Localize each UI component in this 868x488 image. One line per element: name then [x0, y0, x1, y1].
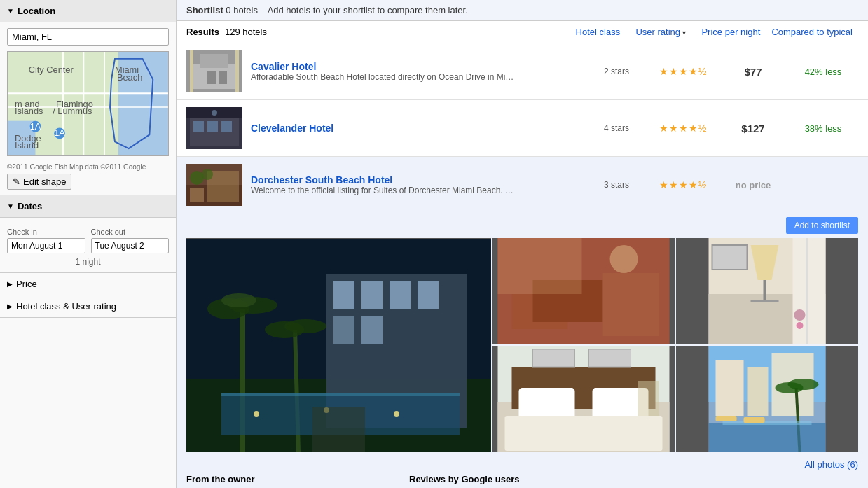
main-content: Shortlist 0 hotels – Add hotels to your … — [177, 0, 868, 488]
svg-point-50 — [284, 319, 326, 333]
map-footer: ©2011 Google Fish Map data ©2011 Google — [0, 162, 176, 174]
hotelclass-section-header[interactable]: ▶ Hotel class & User rating — [0, 295, 176, 318]
clevelander-thumb — [186, 107, 242, 149]
price-section-header[interactable]: ▶ Price — [0, 273, 176, 295]
svg-rect-75 — [751, 300, 779, 302]
dorchester-price: no price — [718, 180, 788, 190]
user-rating-col-header[interactable]: User rating ▾ — [626, 27, 696, 37]
reviews-title: Reviews by Google users — [409, 474, 858, 484]
hotel-row-cavalier[interactable]: Cavalier Hotel Afforadable South Beach H… — [177, 43, 868, 100]
all-photos-link[interactable]: All photos (6) — [186, 459, 858, 470]
svg-rect-98 — [709, 423, 826, 452]
hotel-image-pool[interactable] — [676, 346, 858, 452]
night-label: 1 night — [7, 257, 169, 267]
hotel-image-lounge[interactable] — [492, 238, 675, 344]
compared-col-header[interactable]: Compared to typical — [766, 27, 858, 37]
add-to-shortlist-button[interactable]: Add to shortlist — [786, 217, 858, 234]
sidebar: ▼ Location City Center Miami Beach m and… — [0, 0, 177, 488]
reviews-section: Reviews by Google users ★★★★★ I wanted t… — [409, 474, 858, 488]
hotel-image-bed[interactable] — [492, 346, 675, 452]
hotel-class-col-header[interactable]: Hotel class — [570, 27, 626, 37]
svg-point-40 — [190, 171, 204, 185]
checkin-input[interactable] — [7, 238, 85, 253]
dates-section-header[interactable]: ▼ Dates — [0, 195, 176, 218]
svg-text:/ Lummus: / Lummus — [53, 106, 92, 116]
dorchester-desc: Welcome to the official listing for Suit… — [251, 186, 517, 195]
clevelander-info: Clevelander Hotel — [251, 123, 585, 134]
cavalier-desc: Afforadable South Beach Hotel located di… — [251, 72, 517, 82]
map-container[interactable]: City Center Miami Beach m and Islands Fl… — [7, 51, 169, 156]
svg-rect-56 — [333, 316, 354, 344]
hotelclass-arrow-icon: ▶ — [7, 302, 13, 310]
results-columns: Hotel class User rating ▾ Price per nigh… — [570, 27, 858, 37]
edit-shape-button[interactable]: ✎ Edit shape — [7, 174, 71, 190]
clevelander-compared: 38% less — [788, 123, 858, 134]
shortlist-label: Shortlist — [186, 5, 223, 15]
cavalier-rating-stars: ★★★★½ — [659, 66, 708, 77]
hotel-row-dorchester[interactable]: Dorchester South Beach Hotel Welcome to … — [177, 157, 868, 213]
from-owner-section: From the owner Welcome to the official l… — [186, 474, 395, 488]
svg-rect-63 — [312, 407, 365, 452]
svg-rect-93 — [748, 367, 769, 416]
price-label: Price — [16, 279, 37, 289]
svg-rect-80 — [712, 245, 748, 270]
svg-point-41 — [202, 169, 213, 180]
clevelander-rating-stars: ★★★★½ — [659, 123, 708, 134]
svg-text:1A: 1A — [54, 127, 65, 138]
svg-rect-89 — [589, 349, 631, 367]
dorchester-info: Dorchester South Beach Hotel Welcome to … — [251, 174, 585, 195]
shortlist-text: 0 hotels – Add hotels to your shortlist … — [226, 5, 467, 15]
svg-rect-88 — [533, 349, 575, 367]
svg-rect-34 — [221, 121, 232, 132]
results-count: 129 hotels — [225, 27, 267, 37]
svg-rect-38 — [190, 188, 204, 202]
svg-text:Beach: Beach — [117, 72, 142, 83]
svg-text:City Center: City Center — [29, 64, 74, 75]
cavalier-name: Cavalier Hotel — [251, 61, 585, 72]
checkout-input[interactable] — [91, 238, 170, 253]
location-input[interactable] — [7, 28, 169, 46]
svg-rect-55 — [418, 281, 439, 309]
svg-rect-54 — [390, 281, 411, 309]
svg-text:Island: Island — [15, 140, 39, 151]
results-bar: Results 129 hotels Hotel class User rati… — [177, 21, 868, 43]
clevelander-name: Clevelander Hotel — [251, 123, 585, 134]
hotel-image-bedroom1[interactable] — [676, 238, 858, 344]
svg-rect-32 — [193, 121, 204, 132]
svg-rect-87 — [638, 381, 659, 416]
svg-rect-53 — [361, 281, 383, 309]
from-owner-title: From the owner — [186, 474, 395, 484]
map-svg: City Center Miami Beach m and Islands Fl… — [8, 52, 168, 155]
svg-rect-68 — [603, 273, 659, 336]
svg-point-70 — [610, 245, 638, 273]
svg-rect-24 — [200, 54, 228, 68]
checkout-label: Check out — [91, 228, 170, 236]
svg-rect-59 — [221, 393, 460, 396]
hotel-row-clevelander[interactable]: Clevelander Hotel 4 stars ★★★★½ $127 38%… — [177, 100, 868, 157]
svg-point-62 — [394, 411, 399, 417]
svg-rect-74 — [764, 280, 766, 301]
svg-rect-86 — [505, 416, 663, 451]
clevelander-stars: 4 stars — [585, 123, 648, 133]
cavalier-stars: 2 stars — [585, 67, 648, 76]
svg-point-97 — [788, 379, 819, 390]
svg-rect-28 — [235, 50, 239, 92]
location-arrow-icon: ▼ — [7, 7, 14, 15]
checkin-label: Check in — [7, 228, 85, 236]
checkout-col: Check out — [91, 228, 170, 253]
dorchester-thumb — [186, 164, 242, 206]
hotel-image-large[interactable] — [186, 238, 491, 452]
price-col-header[interactable]: Price per night — [696, 27, 766, 37]
edit-shape-label: Edit shape — [23, 176, 66, 187]
cavalier-info: Cavalier Hotel Afforadable South Beach H… — [251, 61, 585, 82]
svg-rect-57 — [361, 316, 383, 344]
dates-section: Check in Check out 1 night — [0, 218, 176, 273]
results-label: Results — [186, 27, 219, 37]
svg-rect-52 — [333, 281, 354, 309]
dorchester-rating-stars: ★★★★½ — [659, 179, 708, 190]
sort-arrow-icon: ▾ — [682, 29, 686, 36]
dorchester-name: Dorchester South Beach Hotel — [251, 174, 585, 186]
pencil-icon: ✎ — [13, 176, 20, 187]
location-section-header[interactable]: ▼ Location — [0, 0, 176, 22]
svg-rect-69 — [498, 238, 582, 294]
